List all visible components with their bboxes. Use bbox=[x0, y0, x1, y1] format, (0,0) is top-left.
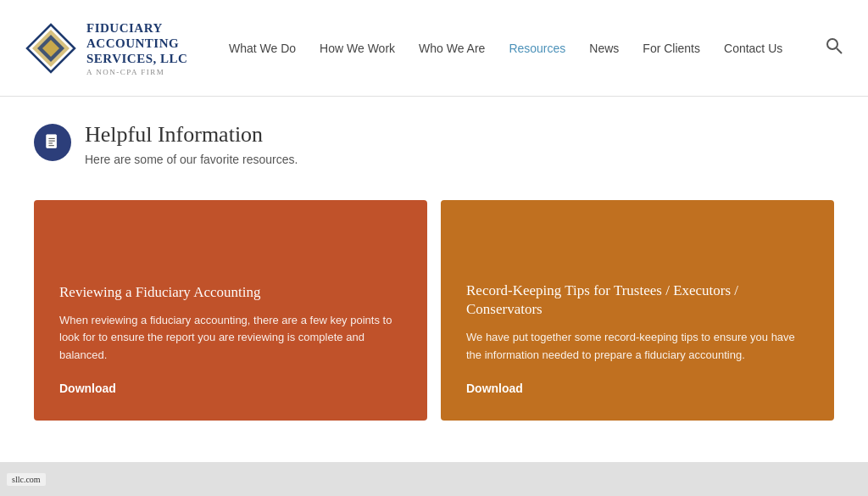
heading-icon-circle bbox=[34, 124, 71, 161]
nav-for-clients[interactable]: For Clients bbox=[643, 42, 700, 55]
svg-line-5 bbox=[837, 48, 842, 53]
card-2-description: We have put together some record-keeping… bbox=[466, 329, 809, 365]
page-heading: Helpful Information Here are some of our… bbox=[34, 122, 834, 166]
resource-card-2[interactable]: Record-Keeping Tips for Trustees / Execu… bbox=[441, 200, 834, 421]
main-nav: What We Do How We Work Who We Are Resour… bbox=[229, 42, 826, 55]
search-button[interactable] bbox=[826, 37, 843, 59]
page-subtitle: Here are some of our favorite resources. bbox=[85, 153, 298, 166]
logo-text: Fiduciary Accounting Services, LLC A Non… bbox=[86, 20, 187, 76]
site-header: Fiduciary Accounting Services, LLC A Non… bbox=[0, 0, 868, 97]
card-1-description: When reviewing a fiduciary accounting, t… bbox=[59, 312, 402, 365]
resource-card-1[interactable]: Reviewing a Fiduciary Accounting When re… bbox=[34, 200, 427, 421]
main-content: Helpful Information Here are some of our… bbox=[0, 97, 868, 454]
resource-cards-row: Reviewing a Fiduciary Accounting When re… bbox=[34, 200, 834, 421]
card-1-title: Reviewing a Fiduciary Accounting bbox=[59, 283, 402, 302]
nav-how-we-work[interactable]: How We Work bbox=[320, 42, 395, 55]
document-icon bbox=[43, 133, 62, 152]
nav-what-we-do[interactable]: What We Do bbox=[229, 42, 296, 55]
company-tagline: A Non-CPA Firm bbox=[86, 68, 187, 76]
page-title: Helpful Information bbox=[85, 122, 298, 148]
nav-resources[interactable]: Resources bbox=[509, 42, 565, 55]
svg-point-4 bbox=[827, 39, 837, 49]
card-1-download[interactable]: Download bbox=[59, 382, 402, 395]
nav-news[interactable]: News bbox=[589, 42, 619, 55]
logo-icon bbox=[25, 23, 76, 74]
logo[interactable]: Fiduciary Accounting Services, LLC A Non… bbox=[25, 20, 212, 76]
search-icon bbox=[826, 37, 843, 54]
nav-contact-us[interactable]: Contact Us bbox=[724, 42, 782, 55]
company-name: Fiduciary Accounting Services, LLC bbox=[86, 20, 187, 66]
nav-who-we-are[interactable]: Who We Are bbox=[419, 42, 485, 55]
card-2-title: Record-Keeping Tips for Trustees / Execu… bbox=[466, 281, 809, 319]
heading-text-block: Helpful Information Here are some of our… bbox=[85, 122, 298, 166]
card-2-download[interactable]: Download bbox=[466, 382, 809, 395]
